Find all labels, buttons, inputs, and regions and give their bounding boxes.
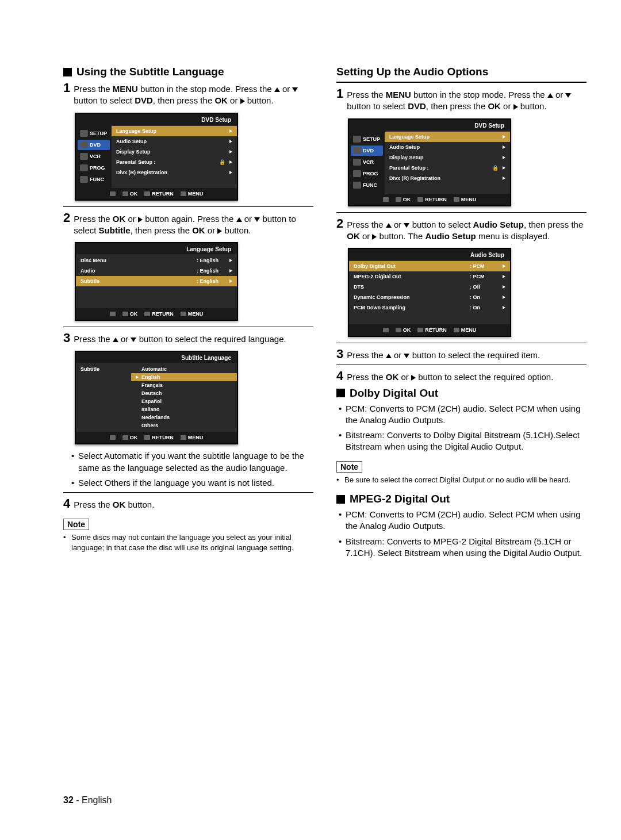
osd-row-empty xyxy=(349,313,510,323)
osd-main: Dolby Digital Out: PCM MPEG-2 Digital Ou… xyxy=(349,260,510,324)
osd-side-vcr: VCR xyxy=(78,151,110,162)
step-number: 2 xyxy=(63,212,70,224)
heading-text: Setting Up the Audio Options xyxy=(336,66,488,78)
lock-icon: 🔒 xyxy=(219,159,225,165)
osd-row-dolby: Dolby Digital Out: PCM xyxy=(349,261,510,271)
osd-side-dvd: DVD xyxy=(78,140,110,150)
osd-row-parental-setup: Parental Setup :🔒 xyxy=(385,163,510,173)
step-number: 2 xyxy=(336,217,343,230)
step-number: 4 xyxy=(336,370,343,382)
up-arrow-icon xyxy=(547,93,553,98)
dolby-bitstream: •Bitstream: Converts to Dolby Digital Bi… xyxy=(339,429,586,453)
heading-dolby: Dolby Digital Out xyxy=(336,387,586,400)
down-arrow-icon xyxy=(404,223,409,228)
osd-language-setup: Language Setup Disc Menu: English Audio:… xyxy=(75,242,238,321)
osd-sidebar: SETUP DVD VCR PROG FUNC xyxy=(76,125,112,188)
osd-row-mpeg2: MPEG-2 Digital Out: PCM xyxy=(349,271,510,282)
down-arrow-icon xyxy=(565,93,571,98)
osd-side-prog: PROG xyxy=(78,163,110,173)
osd-row-display-setup: Display Setup xyxy=(112,147,237,157)
heading-text: MPEG-2 Digital Out xyxy=(350,493,450,505)
osd-title: Language Setup xyxy=(76,243,237,254)
up-arrow-icon xyxy=(274,87,280,92)
left-column: Using the Subtitle Language 1 Press the … xyxy=(63,63,313,562)
square-bullet-icon xyxy=(63,68,72,76)
osd-row-language-setup: Language Setup xyxy=(385,132,510,142)
osd-title: Audio Setup xyxy=(349,249,510,260)
heading-audio-options: Setting Up the Audio Options xyxy=(336,66,586,78)
osd-item-italiano: Italiano xyxy=(131,405,237,413)
up-arrow-icon xyxy=(236,217,242,222)
down-arrow-icon xyxy=(404,354,409,358)
step-1: 1 Press the MENU button in the stop mode… xyxy=(63,82,313,107)
osd-side-setup: SETUP xyxy=(351,134,383,144)
osd-title: DVD Setup xyxy=(349,120,510,131)
step-number: 3 xyxy=(63,332,70,344)
osd-main: Subtitle Automatic English Français Deut… xyxy=(76,363,237,432)
osd-dvd-setup: DVD Setup SETUP DVD VCR PROG FUNC Langua… xyxy=(348,118,511,206)
down-arrow-icon xyxy=(254,217,260,222)
right-arrow-icon xyxy=(138,217,143,223)
osd-item-nederlands: Nederlands xyxy=(131,413,237,421)
step-text: Press the or button to select the requir… xyxy=(74,332,313,345)
step-number: 1 xyxy=(336,87,343,100)
step-3: 3 Press the or button to select the requ… xyxy=(63,332,313,345)
up-arrow-icon xyxy=(386,354,392,358)
step-text: Press the MENU button in the stop mode. … xyxy=(74,82,313,107)
osd-row-dynamic: Dynamic Compression: On xyxy=(349,292,510,302)
osd-sidebar: SETUP DVD VCR PROG FUNC xyxy=(349,131,385,194)
right-arrow-icon xyxy=(513,104,518,110)
osd-item-francais: Français xyxy=(131,381,237,389)
osd-row-disc-menu: Disc Menu: English xyxy=(76,255,237,266)
step-text: Press the or button to select the requir… xyxy=(347,348,586,361)
osd-footer: OK RETURN MENU xyxy=(349,324,510,336)
step-4: 4 Press the OK button. xyxy=(63,497,313,511)
step-2: 2 Press the or button to select Audio Se… xyxy=(336,217,586,243)
step-text: Press the OK button. xyxy=(74,497,313,511)
step-text: Press the MENU button in the stop mode. … xyxy=(347,87,586,113)
up-arrow-icon xyxy=(386,223,392,228)
osd-main: Disc Menu: English Audio: English Subtit… xyxy=(76,254,237,308)
osd-footer: OK RETURN MENU xyxy=(76,308,237,320)
osd-row-empty xyxy=(76,297,237,307)
osd-audio-setup: Audio Setup Dolby Digital Out: PCM MPEG-… xyxy=(348,248,511,337)
step-1: 1 Press the MENU button in the stop mode… xyxy=(336,87,586,113)
osd-side-func: FUNC xyxy=(78,174,110,185)
step-3: 3 Press the or button to select the requ… xyxy=(336,348,586,361)
osd-dvd-setup: DVD Setup SETUP DVD VCR PROG FUNC Langua… xyxy=(75,113,238,201)
osd-row-audio: Audio: English xyxy=(76,266,237,276)
osd-item-deutsch: Deutsch xyxy=(131,389,237,397)
down-arrow-icon xyxy=(292,87,298,92)
heading-text: Dolby Digital Out xyxy=(350,387,438,400)
nav-icon xyxy=(110,191,116,197)
lock-icon: 🔒 xyxy=(492,165,499,171)
heading-subtitle-language: Using the Subtitle Language xyxy=(63,66,313,78)
osd-row-audio-setup: Audio Setup xyxy=(385,142,510,152)
note-label: Note xyxy=(336,461,362,473)
osd-side-func: FUNC xyxy=(351,180,383,190)
osd-row-dts: DTS: Off xyxy=(349,282,510,292)
osd-footer: OK RETURN MENU xyxy=(349,194,510,205)
right-arrow-icon xyxy=(411,375,416,381)
heading-mpeg2: MPEG-2 Digital Out xyxy=(336,493,586,505)
osd-row-language-setup: Language Setup xyxy=(112,126,237,136)
step-number: 1 xyxy=(63,82,70,94)
osd-side-setup: SETUP xyxy=(78,128,110,139)
note-text: •Some discs may not contain the language… xyxy=(63,532,313,553)
step-number: 3 xyxy=(336,348,343,360)
osd-item-others: Others xyxy=(131,421,237,429)
square-bullet-icon xyxy=(336,389,345,397)
osd-footer: OK RETURN MENU xyxy=(76,432,237,443)
right-column: Setting Up the Audio Options 1 Press the… xyxy=(336,63,586,562)
osd-item-english: English xyxy=(131,373,237,381)
step-text: Press the OK or button again. Press the … xyxy=(74,212,313,237)
dolby-pcm: •PCM: Converts to PCM (2CH) audio. Selec… xyxy=(339,403,586,427)
osd-main: Language Setup Audio Setup Display Setup… xyxy=(112,125,237,188)
mpeg-pcm: •PCM: Converts to PCM (2CH) audio. Selec… xyxy=(339,509,586,532)
osd-row-divx: Divx (R) Registration xyxy=(385,173,510,183)
osd-list: Automatic English Français Deutsch Españ… xyxy=(131,364,237,431)
osd-item-espanol: Español xyxy=(131,397,237,405)
osd-side-prog: PROG xyxy=(351,168,383,179)
osd-row-audio-setup: Audio Setup xyxy=(112,136,237,147)
osd-row-pcmdown: PCM Down Sampling: On xyxy=(349,302,510,313)
